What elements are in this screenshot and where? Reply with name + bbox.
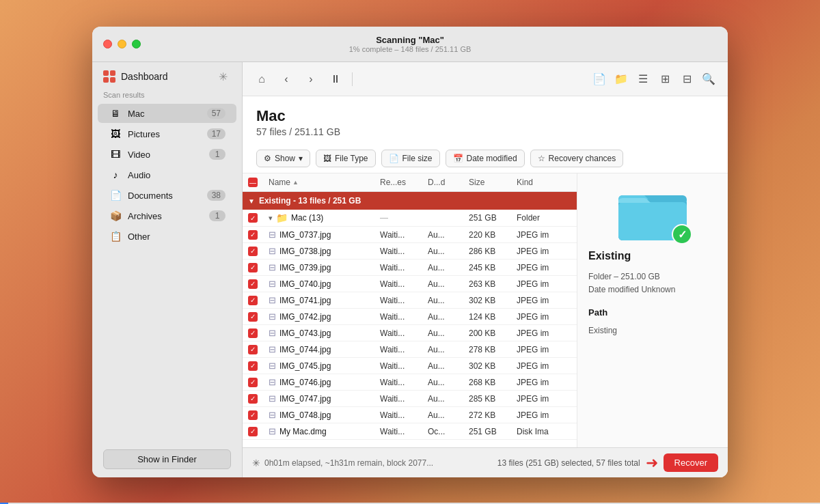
file-checkbox-5[interactable]: ✓ — [248, 312, 258, 322]
archives-icon: 📦 — [109, 210, 122, 221]
show-filter-button[interactable]: ⚙ Show ▾ — [256, 150, 310, 167]
table-row[interactable]: ✓ ⊟ IMG_0744.jpg Waiti... Au... 278 KB J… — [243, 341, 577, 358]
video-icon: 🎞 — [109, 149, 122, 160]
file-name-cell-8: ⊟ IMG_0745.jpg — [269, 361, 380, 371]
folder-expand-icon[interactable]: ▾ — [269, 214, 273, 223]
sidebar-item-documents-count: 38 — [207, 190, 226, 201]
search-button[interactable]: 🔍 — [699, 70, 718, 89]
sidebar-item-other[interactable]: 📋 Other — [98, 227, 236, 246]
sidebar-item-archives[interactable]: 📦 Archives 1 — [98, 206, 236, 225]
dashboard-button[interactable]: Dashboard — [103, 70, 168, 83]
file-dated-10: Au... — [428, 394, 469, 404]
file-checkbox-0[interactable]: ✓ — [248, 230, 258, 240]
file-restored-3: Waiti... — [380, 279, 428, 289]
file-list-panel[interactable]: — Name ▲ Re...es D...d Size Kind — [243, 173, 577, 447]
file-kind-9: JPEG im — [517, 378, 571, 387]
table-row[interactable]: ✓ ⊟ IMG_0740.jpg Waiti... Au... 263 KB J… — [243, 276, 577, 292]
sidebar-top: Dashboard ✳ — [92, 70, 242, 91]
file-name-12: My Mac.dmg — [279, 427, 327, 436]
pause-button[interactable]: ⏸ — [326, 70, 345, 89]
star-icon: ☆ — [538, 154, 545, 163]
sidebar-item-video[interactable]: 🎞 Video 1 — [98, 145, 236, 164]
file-size-icon: 📄 — [389, 154, 399, 163]
table-row[interactable]: ✓ ⊟ IMG_0745.jpg Waiti... Au... 302 KB J… — [243, 358, 577, 374]
table-row[interactable]: ✓ ⊟ IMG_0747.jpg Waiti... Au... 285 KB J… — [243, 391, 577, 407]
sidebar-item-pictures-count: 17 — [207, 128, 226, 139]
file-kind-8: JPEG im — [517, 361, 571, 371]
table-row[interactable]: ✓ ⊟ IMG_0743.jpg Waiti... Au... 200 KB J… — [243, 325, 577, 341]
file-checkbox-3[interactable]: ✓ — [248, 279, 258, 289]
table-row[interactable]: ✓ ⊟ My Mac.dmg Waiti... Oc... 251 GB Dis… — [243, 423, 577, 440]
split-view-button[interactable]: ⊟ — [677, 70, 696, 89]
table-row[interactable]: ✓ ⊟ IMG_0741.jpg Waiti... Au... 302 KB J… — [243, 292, 577, 309]
recovery-chances-button[interactable]: ☆ Recovery chances — [530, 150, 624, 167]
detail-panel: ✓ Existing Folder – 251.00 GB Date modif… — [577, 173, 728, 447]
file-dated-12: Oc... — [428, 427, 469, 436]
close-button[interactable] — [103, 40, 112, 48]
table-row[interactable]: ✓ ⊟ IMG_0748.jpg Waiti... Au... 272 KB J… — [243, 407, 577, 423]
file-thumb-icon: ⊟ — [269, 311, 276, 322]
sidebar-item-audio[interactable]: ♪ Audio — [98, 165, 236, 184]
back-button[interactable]: ‹ — [277, 70, 296, 89]
file-thumb-icon: ⊟ — [269, 393, 276, 404]
file-checkbox-1[interactable]: ✓ — [248, 247, 258, 256]
table-row[interactable]: ✓ ⊟ IMG_0742.jpg Waiti... Au... 124 KB J… — [243, 309, 577, 325]
file-checkbox-8[interactable]: ✓ — [248, 361, 258, 371]
folder-row[interactable]: ✓ ▾ 📁 Mac (13) — 251 GB Folder — [243, 210, 577, 227]
sidebar-item-mac[interactable]: 🖥 Mac 57 — [98, 104, 236, 123]
other-icon: 📋 — [109, 231, 122, 242]
forward-button[interactable]: › — [301, 70, 320, 89]
table-row[interactable]: ✓ ⊟ IMG_0738.jpg Waiti... Au... 286 KB J… — [243, 243, 577, 260]
detail-type: Folder – — [588, 272, 620, 281]
page-title: Mac — [256, 107, 714, 125]
file-rows-container: ✓ ⊟ IMG_0737.jpg Waiti... Au... 220 KB J… — [243, 227, 577, 440]
grid-view-button[interactable]: ⊞ — [655, 70, 674, 89]
home-button[interactable]: ⌂ — [252, 70, 271, 89]
table-row[interactable]: ✓ ⊟ IMG_0737.jpg Waiti... Au... 220 KB J… — [243, 227, 577, 243]
calendar-icon: 📅 — [453, 154, 463, 163]
minimize-button[interactable] — [118, 40, 126, 48]
toolbar: ⌂ ‹ › ⏸ 📄 📁 ☰ ⊞ ⊟ 🔍 — [243, 62, 728, 96]
file-name-3: IMG_0740.jpg — [279, 279, 331, 289]
file-kind-6: JPEG im — [517, 328, 571, 338]
maximize-button[interactable] — [132, 40, 141, 48]
group-chevron-icon[interactable]: ▼ — [248, 197, 255, 205]
recover-button[interactable]: Recover — [664, 453, 718, 472]
file-checkbox-9[interactable]: ✓ — [248, 378, 258, 387]
file-checkbox-12[interactable]: ✓ — [248, 427, 258, 436]
file-checkbox-7[interactable]: ✓ — [248, 345, 258, 354]
file-checkbox-11[interactable]: ✓ — [248, 410, 258, 420]
file-size-button[interactable]: 📄 File size — [381, 150, 440, 167]
folder-checkbox[interactable]: ✓ — [248, 213, 258, 223]
file-restored-2: Waiti... — [380, 263, 428, 272]
table-row[interactable]: ✓ ⊟ IMG_0739.jpg Waiti... Au... 245 KB J… — [243, 260, 577, 276]
file-dated-0: Au... — [428, 230, 469, 240]
file-checkbox-6[interactable]: ✓ — [248, 328, 258, 338]
sidebar-footer: Show in Finder — [92, 441, 242, 477]
header-name[interactable]: Name ▲ — [269, 178, 380, 187]
file-checkbox-2[interactable]: ✓ — [248, 263, 258, 272]
file-kind-2: JPEG im — [517, 263, 571, 272]
folder-view-button[interactable]: 📁 — [612, 70, 631, 89]
file-kind-11: JPEG im — [517, 410, 571, 420]
list-view-button[interactable]: ☰ — [633, 70, 653, 89]
table-row[interactable]: ✓ ⊟ IMG_0746.jpg Waiti... Au... 268 KB J… — [243, 374, 577, 391]
file-restored-8: Waiti... — [380, 361, 428, 371]
file-kind-0: JPEG im — [517, 230, 571, 240]
select-all-checkbox[interactable]: — — [248, 178, 258, 187]
file-thumb-icon: ⊟ — [269, 426, 276, 436]
file-checkbox-4[interactable]: ✓ — [248, 296, 258, 305]
file-name-1: IMG_0738.jpg — [279, 247, 331, 256]
file-type-icon: 🖼 — [323, 154, 331, 163]
sidebar-item-documents[interactable]: 📄 Documents 38 — [98, 186, 236, 205]
file-view-button[interactable]: 📄 — [590, 70, 609, 89]
sidebar-item-pictures[interactable]: 🖼 Pictures 17 — [98, 124, 236, 143]
folder-restored: — — [380, 213, 428, 223]
file-size-9: 268 KB — [469, 378, 517, 387]
date-modified-button[interactable]: 📅 Date modified — [446, 150, 525, 167]
file-checkbox-10[interactable]: ✓ — [248, 394, 258, 404]
sidebar-item-documents-label: Documents — [128, 191, 202, 201]
detail-path-value: Existing — [588, 326, 717, 335]
file-type-button[interactable]: 🖼 File Type — [316, 150, 375, 167]
show-in-finder-button[interactable]: Show in Finder — [103, 449, 231, 469]
